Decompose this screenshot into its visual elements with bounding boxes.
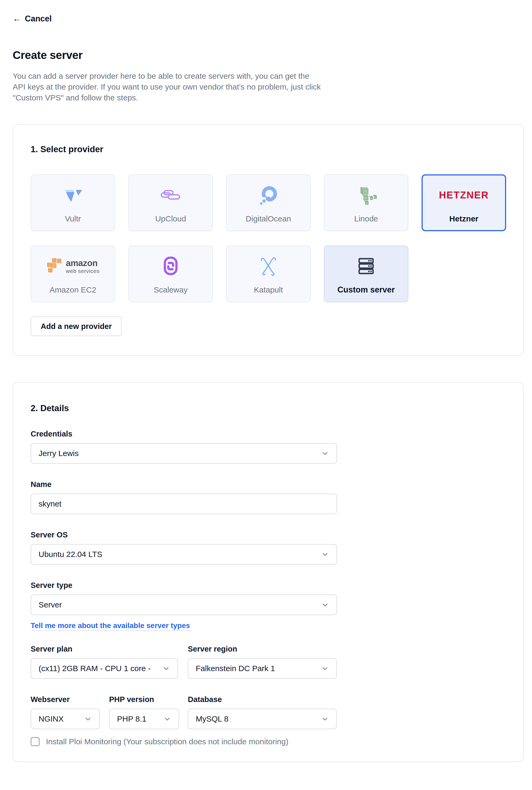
- details-form: Credentials Jerry Lewis Name Server OS U…: [31, 430, 506, 746]
- katapult-logo-icon: [256, 253, 281, 279]
- provider-tile-digitalocean[interactable]: DigitalOcean: [226, 174, 311, 231]
- server-plan-value: (cx11) 2GB RAM - CPU 1 core -: [39, 664, 151, 673]
- database-select[interactable]: MySQL 8: [188, 709, 337, 729]
- provider-tile-scaleway[interactable]: Scaleway: [128, 245, 213, 302]
- provider-tile-vultr[interactable]: Vultr: [31, 174, 115, 231]
- name-input[interactable]: [31, 493, 337, 514]
- server-region-select[interactable]: Falkenstein DC Park 1: [188, 658, 337, 679]
- scaleway-logo-icon: [160, 253, 182, 279]
- stack-row: Webserver NGINX PHP version PHP 8.1 Data…: [31, 695, 506, 729]
- provider-tile-custom-server[interactable]: Custom server: [324, 245, 408, 302]
- server-plan-label: Server plan: [31, 645, 178, 653]
- server-plan-group: Server plan (cx11) 2GB RAM - CPU 1 core …: [31, 645, 178, 679]
- details-title: 2. Details: [31, 403, 506, 413]
- server-type-value: Server: [39, 600, 62, 609]
- provider-tile-linode[interactable]: Linode: [324, 174, 408, 231]
- upcloud-logo-icon: [158, 183, 183, 208]
- server-stack-icon: [355, 253, 377, 279]
- provider-tile-hetzner[interactable]: HETZNERHetzner: [422, 174, 506, 231]
- provider-tile-label: Linode: [354, 214, 378, 223]
- add-new-provider-button[interactable]: Add a new provider: [31, 317, 122, 336]
- server-os-select[interactable]: Ubuntu 22.04 LTS: [31, 544, 337, 565]
- provider-tile-label: Scaleway: [154, 285, 188, 294]
- chevron-down-icon: [84, 715, 92, 723]
- server-types-info-link[interactable]: Tell me more about the available server …: [31, 621, 190, 631]
- monitoring-row: Install Ploi Monitoring (Your subscripti…: [31, 737, 506, 746]
- provider-tile-label: UpCloud: [155, 214, 186, 223]
- server-plan-select[interactable]: (cx11) 2GB RAM - CPU 1 core -: [31, 658, 178, 679]
- server-type-select[interactable]: Server: [31, 595, 337, 615]
- webserver-group: Webserver NGINX: [31, 695, 100, 729]
- details-card: 2. Details Credentials Jerry Lewis Name …: [13, 382, 524, 762]
- php-version-value: PHP 8.1: [117, 714, 146, 723]
- chevron-down-icon: [321, 601, 329, 609]
- provider-tile-amazon-ec2[interactable]: amazon web services Amazon EC2: [31, 245, 115, 302]
- server-os-label: Server OS: [31, 530, 506, 539]
- php-version-group: PHP version PHP 8.1: [109, 695, 179, 729]
- server-region-group: Server region Falkenstein DC Park 1: [188, 645, 337, 679]
- database-label: Database: [188, 695, 337, 704]
- vultr-logo-icon: [61, 183, 84, 208]
- monitoring-checkbox-label: Install Ploi Monitoring (Your subscripti…: [46, 737, 288, 746]
- provider-tile-label: Custom server: [337, 285, 395, 295]
- linode-logo-icon: [355, 183, 378, 208]
- webserver-label: Webserver: [31, 695, 100, 704]
- back-arrow-icon: ←: [13, 14, 21, 23]
- database-group: Database MySQL 8: [188, 695, 337, 729]
- page-description: You can add a server provider here to be…: [13, 71, 323, 103]
- aws-logo-icon: amazon web services: [46, 253, 99, 279]
- credentials-label: Credentials: [31, 430, 506, 438]
- chevron-down-icon: [163, 715, 171, 723]
- name-group: Name: [31, 480, 506, 514]
- server-types-link-wrap: Tell me more about the available server …: [31, 621, 506, 630]
- digitalocean-logo-icon: [257, 183, 280, 208]
- page: ← Cancel Create server You can add a ser…: [13, 0, 524, 762]
- monitoring-checkbox[interactable]: [31, 737, 40, 746]
- page-title: Create server: [13, 49, 524, 61]
- server-type-label: Server type: [31, 581, 506, 590]
- provider-grid: Vultr UpCloud DigitalOcean: [31, 174, 506, 302]
- chevron-down-icon: [162, 664, 170, 673]
- select-provider-card: 1. Select provider Vultr UpCloud Digital…: [13, 124, 524, 356]
- php-version-label: PHP version: [109, 695, 179, 704]
- plan-region-row: Server plan (cx11) 2GB RAM - CPU 1 core …: [31, 645, 506, 679]
- database-value: MySQL 8: [196, 714, 228, 723]
- credentials-group: Credentials Jerry Lewis: [31, 430, 506, 464]
- provider-tile-label: Katapult: [254, 285, 283, 294]
- select-provider-title: 1. Select provider: [31, 144, 506, 154]
- back-cancel-link[interactable]: ← Cancel: [13, 14, 52, 23]
- server-region-value: Falkenstein DC Park 1: [196, 664, 275, 673]
- server-os-group: Server OS Ubuntu 22.04 LTS: [31, 530, 506, 565]
- chevron-down-icon: [321, 715, 329, 723]
- provider-tile-upcloud[interactable]: UpCloud: [128, 174, 213, 231]
- server-region-label: Server region: [188, 645, 337, 653]
- chevron-down-icon: [321, 664, 329, 673]
- php-version-select[interactable]: PHP 8.1: [109, 709, 179, 729]
- credentials-value: Jerry Lewis: [39, 449, 79, 458]
- provider-tile-label: Vultr: [65, 214, 81, 223]
- provider-tile-katapult[interactable]: Katapult: [226, 245, 311, 302]
- server-type-group: Server type Server: [31, 581, 506, 615]
- webserver-select[interactable]: NGINX: [31, 709, 100, 729]
- server-os-value: Ubuntu 22.04 LTS: [39, 550, 102, 559]
- webserver-value: NGINX: [39, 714, 64, 723]
- credentials-select[interactable]: Jerry Lewis: [31, 443, 337, 464]
- chevron-down-icon: [321, 550, 329, 558]
- name-label: Name: [31, 480, 506, 489]
- hetzner-logo-icon: HETZNER: [439, 183, 489, 208]
- provider-tile-label: Amazon EC2: [50, 285, 96, 294]
- provider-tile-label: Hetzner: [449, 214, 478, 223]
- back-cancel-label: Cancel: [25, 14, 52, 23]
- provider-tile-label: DigitalOcean: [246, 214, 291, 223]
- chevron-down-icon: [321, 449, 329, 457]
